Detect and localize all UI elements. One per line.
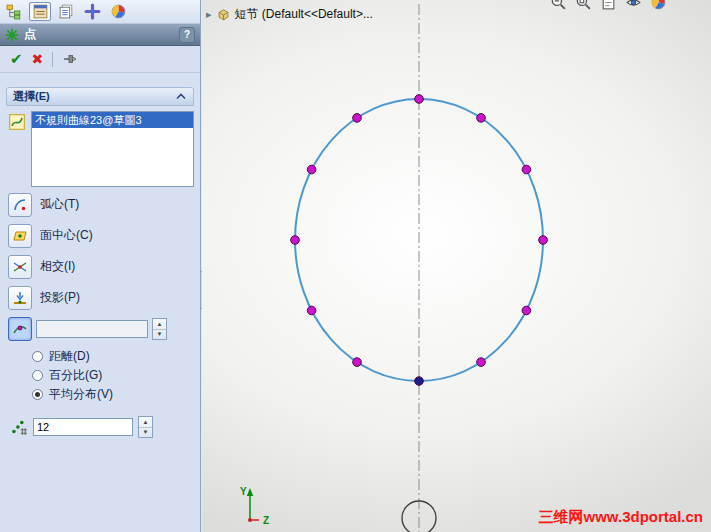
sketch-point[interactable] bbox=[291, 236, 300, 245]
feature-title-bar: 点 ? bbox=[0, 24, 200, 46]
zoom-to-fit-icon[interactable] bbox=[600, 0, 617, 11]
point-on-curve-icon bbox=[12, 321, 28, 337]
reference-value-input[interactable] bbox=[36, 320, 148, 338]
percentage-radio-label: 百分比(G) bbox=[49, 367, 102, 384]
zoom-to-area-icon[interactable] bbox=[575, 0, 592, 11]
flyout-tree-arrow-icon[interactable]: ▸ bbox=[206, 8, 212, 21]
intersection-label: 相交(I) bbox=[40, 258, 75, 275]
display-manager-icon bbox=[110, 3, 127, 20]
selection-listbox[interactable]: 不規則曲線23@草圖3 bbox=[31, 111, 194, 187]
group-header-label: 選擇(E) bbox=[13, 89, 50, 104]
dimxpert-manager-icon bbox=[84, 3, 101, 20]
count-spinner[interactable]: ▲ ▼ bbox=[138, 416, 153, 438]
sketch-point[interactable] bbox=[522, 165, 531, 174]
radio-row-evenly-distribute[interactable]: 平均分布(V) bbox=[32, 385, 194, 404]
property-manager-panel: 点 ? ✔ ✖ 選擇(E) bbox=[0, 0, 201, 532]
point-on-curve-button[interactable] bbox=[8, 317, 32, 341]
option-row-face-center: 面中心(C) bbox=[6, 220, 194, 251]
spinner-down-icon[interactable]: ▼ bbox=[139, 428, 152, 438]
spinner-down-icon[interactable]: ▼ bbox=[153, 330, 166, 340]
selected-entity-row[interactable]: 不規則曲線23@草圖3 bbox=[32, 112, 193, 128]
chevron-up-icon bbox=[175, 92, 187, 101]
tab-configuration-manager[interactable] bbox=[55, 2, 77, 21]
sketch-point[interactable] bbox=[477, 358, 486, 367]
sketch-point[interactable] bbox=[307, 306, 316, 315]
sketch-canvas[interactable]: Y Z bbox=[202, 0, 711, 532]
projection-button[interactable] bbox=[8, 286, 32, 310]
solidworks-window: 点 ? ✔ ✖ 選擇(E) bbox=[0, 0, 711, 532]
spline-selection-icon bbox=[8, 113, 26, 131]
part-document-icon bbox=[216, 8, 231, 22]
arc-center-icon bbox=[12, 197, 28, 213]
distance-radio[interactable] bbox=[32, 351, 43, 362]
spinner-up-icon[interactable]: ▲ bbox=[139, 417, 152, 428]
y-axis-label: Y bbox=[240, 486, 247, 497]
face-center-button[interactable] bbox=[8, 224, 32, 248]
projection-label: 投影(P) bbox=[40, 289, 80, 306]
evenly-distribute-radio-label: 平均分布(V) bbox=[49, 386, 113, 403]
point-count-input[interactable] bbox=[33, 418, 133, 436]
point-count-row: ▲ ▼ bbox=[10, 416, 194, 438]
option-row-intersection: 相交(I) bbox=[6, 251, 194, 282]
cancel-button[interactable]: ✖ bbox=[32, 51, 44, 67]
divider bbox=[52, 52, 53, 67]
arc-center-label: 弧心(T) bbox=[40, 196, 79, 213]
selection-area: 不規則曲線23@草圖3 bbox=[6, 111, 194, 187]
document-title[interactable]: 短节 (Default<<Default>... bbox=[235, 6, 373, 23]
graphics-area[interactable]: ▸ 短节 (Default<<Default>... bbox=[202, 0, 711, 532]
sketch-point[interactable] bbox=[415, 95, 424, 104]
option-row-arc-center: 弧心(T) bbox=[6, 189, 194, 220]
keep-visible-pin-icon[interactable] bbox=[62, 51, 78, 67]
document-header: ▸ 短节 (Default<<Default>... bbox=[206, 6, 373, 23]
distance-radio-label: 距離(D) bbox=[49, 348, 90, 365]
distribution-radio-group: 距離(D) 百分比(G) 平均分布(V) bbox=[32, 347, 194, 404]
view-toolbar bbox=[550, 0, 667, 11]
evenly-distribute-radio[interactable] bbox=[32, 389, 43, 400]
sketch-point[interactable] bbox=[477, 114, 486, 123]
face-center-label: 面中心(C) bbox=[40, 227, 93, 244]
help-button[interactable]: ? bbox=[179, 27, 195, 43]
z-axis-label: Z bbox=[263, 515, 269, 526]
tab-feature-manager[interactable] bbox=[3, 2, 25, 21]
tab-property-manager[interactable] bbox=[29, 2, 51, 21]
watermark-text: 三维网www.3dportal.cn bbox=[539, 508, 703, 527]
intersection-icon bbox=[12, 259, 28, 275]
percentage-radio[interactable] bbox=[32, 370, 43, 381]
display-style-icon[interactable] bbox=[650, 0, 667, 11]
ok-button[interactable]: ✔ bbox=[10, 50, 23, 68]
option-row-projection: 投影(P) bbox=[6, 282, 194, 313]
arc-center-button[interactable] bbox=[8, 193, 32, 217]
intersection-button[interactable] bbox=[8, 255, 32, 279]
face-center-icon bbox=[12, 228, 28, 244]
sketch-point-bottom[interactable] bbox=[415, 377, 424, 386]
sketch-point[interactable] bbox=[307, 165, 316, 174]
sketch-point[interactable] bbox=[353, 114, 362, 123]
configuration-manager-icon bbox=[58, 3, 75, 20]
tab-display-manager[interactable] bbox=[107, 2, 129, 21]
feature-manager-icon bbox=[6, 3, 23, 20]
point-feature-icon bbox=[5, 28, 19, 42]
confirmation-bar: ✔ ✖ bbox=[0, 46, 200, 73]
radio-row-distance[interactable]: 距離(D) bbox=[32, 347, 194, 366]
zoom-out-icon[interactable] bbox=[550, 0, 567, 11]
distribute-parameter-row: ▲ ▼ bbox=[8, 317, 194, 341]
spinner-up-icon[interactable]: ▲ bbox=[153, 319, 166, 330]
sketch-point[interactable] bbox=[353, 358, 362, 367]
coordinate-triad: Y Z bbox=[240, 486, 269, 526]
radio-row-percentage[interactable]: 百分比(G) bbox=[32, 366, 194, 385]
property-manager-icon bbox=[32, 3, 49, 20]
panel-title: 点 bbox=[24, 26, 174, 43]
tab-dimxpert-manager[interactable] bbox=[81, 2, 103, 21]
point-count-icon bbox=[10, 418, 28, 436]
view-orientation-eye-icon[interactable] bbox=[625, 0, 642, 11]
panel-body: 選擇(E) 不規則曲線23@草圖3 bbox=[0, 73, 200, 438]
projection-icon bbox=[12, 290, 28, 306]
selection-group-header[interactable]: 選擇(E) bbox=[6, 87, 194, 106]
manager-tabs-bar bbox=[0, 0, 200, 24]
reference-spinner[interactable]: ▲ ▼ bbox=[152, 318, 167, 340]
sketch-point[interactable] bbox=[522, 306, 531, 315]
sketch-point[interactable] bbox=[539, 236, 548, 245]
